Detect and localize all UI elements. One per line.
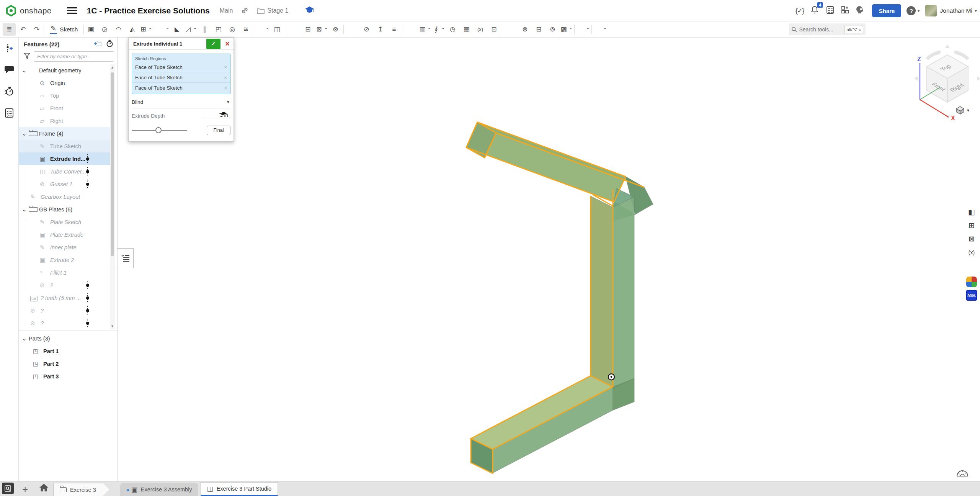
tree-row[interactable]: Gusset 1: [19, 178, 111, 190]
rollback-handle[interactable]: [87, 180, 88, 188]
document-tab[interactable]: Exercise 3 Assembly: [120, 483, 198, 496]
toolbar-icon[interactable]: [225, 23, 238, 36]
tree-row[interactable]: ?: [19, 304, 111, 317]
rollback-handle[interactable]: [87, 154, 88, 163]
toolbar-icon[interactable]: [487, 23, 500, 36]
scroll-down-icon[interactable]: ▾: [110, 324, 115, 329]
configuration-variables-icon[interactable]: (x): [965, 246, 978, 259]
add-folder-icon[interactable]: [94, 40, 101, 48]
toolbar-icon[interactable]: [126, 23, 139, 36]
toolbar-icon[interactable]: [157, 23, 170, 36]
toolbar-icon[interactable]: [460, 23, 473, 36]
rollback-handle[interactable]: [87, 281, 88, 290]
toolbar-icon[interactable]: [346, 23, 359, 36]
remove-region-icon[interactable]: ×: [224, 64, 227, 70]
hamburger-menu-icon[interactable]: [67, 5, 77, 16]
toolbar-icon[interactable]: [287, 23, 301, 36]
toolbar-icon[interactable]: [546, 23, 559, 36]
tree-row[interactable]: Origin: [19, 77, 111, 89]
scroll-up-icon[interactable]: ▴: [110, 65, 115, 70]
help-button[interactable]: ?: [906, 6, 916, 15]
view-options-button[interactable]: ▾: [955, 106, 969, 115]
depth-slider[interactable]: [132, 130, 187, 131]
rollback-handle[interactable]: [87, 293, 88, 302]
depth-slider-handle[interactable]: [155, 127, 162, 133]
rollback-handle[interactable]: [87, 319, 88, 327]
notifications-bell-icon[interactable]: 4: [807, 6, 822, 16]
insert-version-icon[interactable]: [0, 38, 19, 59]
tree-row[interactable]: Inner plate: [19, 241, 111, 254]
toolbar-icon[interactable]: [112, 23, 125, 36]
toolbar-icon[interactable]: [374, 23, 387, 36]
tree-row[interactable]: Frame (4): [19, 127, 111, 140]
part-row[interactable]: Part 1: [19, 345, 111, 357]
history-stopwatch-icon[interactable]: [0, 80, 19, 102]
toolbar-icon[interactable]: [560, 23, 573, 36]
toolbar-icon[interactable]: [239, 23, 252, 36]
scrollbar-thumb[interactable]: [111, 72, 114, 256]
branch-name[interactable]: Main: [220, 7, 233, 14]
toolbar-icon[interactable]: [30, 23, 43, 36]
confirm-button[interactable]: ✓: [206, 39, 220, 49]
tree-row[interactable]: Gearbox Layout: [19, 190, 111, 203]
sketch-regions-box[interactable]: Sketch Regions Face of Tube Sketch × Fac…: [132, 54, 230, 94]
appearance-panel-icon[interactable]: ◧: [965, 205, 978, 219]
tree-row[interactable]: Plate Extrude: [19, 228, 111, 241]
comments-icon[interactable]: [0, 59, 19, 80]
toolbar-icon[interactable]: [532, 23, 545, 36]
toolbar-icon[interactable]: [329, 23, 342, 36]
tree-row[interactable]: ? teeth (5 mm ...: [19, 291, 111, 304]
tree-row[interactable]: Fillet 1: [19, 266, 111, 279]
tree-row[interactable]: Right: [19, 115, 111, 127]
cancel-button[interactable]: ×: [223, 39, 232, 49]
tree-caret-icon[interactable]: [22, 335, 29, 342]
toolbar-icon[interactable]: [98, 23, 111, 36]
tree-row[interactable]: Tube Conver...: [19, 165, 111, 178]
user-name[interactable]: Jonathan Mi: [940, 7, 972, 14]
toolbar-icon[interactable]: [518, 23, 531, 36]
toolbar-icon[interactable]: [139, 23, 152, 36]
new-tab-button[interactable]: +: [22, 483, 28, 495]
toolbar-icon[interactable]: [446, 23, 459, 36]
document-tab[interactable]: Exercise 3 Part Studio: [201, 482, 278, 496]
rollback-handle[interactable]: [87, 306, 88, 315]
tree-row[interactable]: ?: [19, 317, 111, 329]
tree-row[interactable]: Front: [19, 102, 111, 115]
rollback-handle[interactable]: [87, 167, 88, 176]
toolbar-icon[interactable]: [418, 23, 431, 36]
depth-value-input[interactable]: 1 in: [204, 112, 230, 119]
remove-region-icon[interactable]: ×: [224, 75, 227, 80]
end-type-select[interactable]: Blind ▼: [132, 96, 230, 108]
featurescript-icon[interactable]: {✓}: [792, 7, 807, 15]
help-caret-icon[interactable]: ▾: [917, 8, 920, 13]
custom-tables-icon[interactable]: [0, 102, 19, 124]
toolbar-icon[interactable]: [315, 23, 328, 36]
sketch-button[interactable]: ✎ Sketch: [47, 23, 81, 36]
tree-row[interactable]: GB Plates (6): [19, 203, 111, 216]
mk-app-icon[interactable]: MK: [965, 288, 978, 302]
toolbar-icon[interactable]: [198, 23, 211, 36]
toolbar-icon[interactable]: [432, 23, 445, 36]
sketch-region-row[interactable]: Face of Tube Sketch ×: [132, 62, 230, 72]
toolbar-icon[interactable]: [212, 23, 225, 36]
color-app-icon[interactable]: [965, 275, 978, 288]
rollback-timer-icon[interactable]: [106, 39, 113, 49]
configurations-icon[interactable]: ⊞: [965, 219, 978, 232]
search-documents-button[interactable]: [2, 483, 14, 494]
sketch-region-row[interactable]: Face of Tube Sketch ×: [132, 83, 230, 93]
tree-row[interactable]: ?: [19, 279, 111, 291]
toolbar-icon[interactable]: [405, 23, 418, 36]
workspace-name[interactable]: Stage 1: [267, 7, 288, 14]
toolbar-icon[interactable]: [360, 23, 373, 36]
tree-row[interactable]: Extrude 2: [19, 254, 111, 266]
toolbar-icon[interactable]: [256, 23, 270, 36]
onshape-logo[interactable]: onshape: [5, 5, 52, 16]
parts-header-row[interactable]: Parts (3): [19, 332, 111, 345]
toolbar-icon[interactable]: [3, 23, 16, 36]
toolbar-icon[interactable]: [270, 23, 283, 36]
tree-row[interactable]: Extrude Ind...: [19, 152, 111, 165]
toolbar-icon[interactable]: [505, 23, 518, 36]
configured-features-icon[interactable]: ⊠: [965, 232, 978, 246]
toolbar-icon[interactable]: [170, 23, 183, 36]
release-tasks-icon[interactable]: [822, 6, 838, 16]
